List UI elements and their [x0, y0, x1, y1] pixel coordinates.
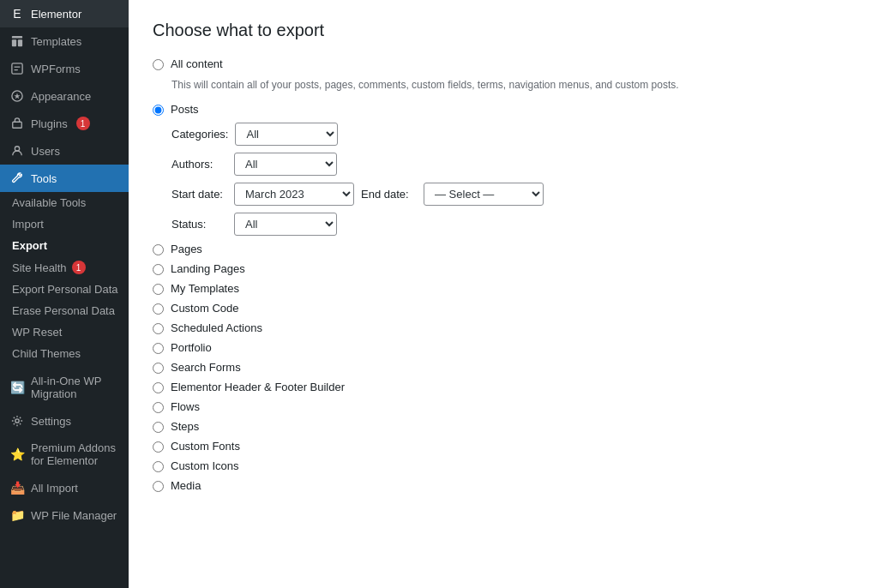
submenu-child-themes[interactable]: Child Themes — [0, 343, 129, 364]
categories-label: Categories: — [171, 128, 228, 141]
sidebar-item-label: Appearance — [31, 90, 91, 103]
custom-code-radio[interactable] — [153, 303, 164, 315]
radio-option-landing-pages: Landing Pages — [153, 262, 854, 275]
portfolio-label[interactable]: Portfolio — [171, 341, 212, 354]
posts-form-fields: Categories: All Authors: All Start date:… — [171, 123, 854, 236]
media-label[interactable]: Media — [171, 479, 201, 492]
sidebar-item-label: WP File Manager — [31, 509, 117, 522]
submenu-label: Available Tools — [12, 196, 86, 209]
custom-icons-radio[interactable] — [153, 461, 164, 472]
categories-select[interactable]: All — [235, 123, 338, 146]
all-in-one-icon: 🔄 — [10, 381, 24, 394]
submenu-available-tools[interactable]: Available Tools — [0, 192, 129, 213]
posts-label[interactable]: Posts — [171, 103, 199, 116]
submenu-site-health[interactable]: Site Health 1 — [0, 256, 129, 279]
authors-row: Authors: All — [171, 153, 854, 176]
sidebar-item-appearance[interactable]: Appearance — [0, 82, 129, 110]
start-date-select[interactable]: March 2023 — [234, 183, 354, 206]
sidebar-item-label: WPForms — [31, 63, 81, 75]
sidebar: E Elementor Templates WPForms Appearance… — [0, 0, 129, 588]
flows-radio[interactable] — [153, 402, 164, 413]
svg-rect-3 — [12, 63, 22, 74]
submenu-wp-reset[interactable]: WP Reset — [0, 321, 129, 343]
sidebar-item-label: Tools — [31, 172, 57, 185]
all-content-radio[interactable] — [153, 59, 164, 70]
my-templates-radio[interactable] — [153, 284, 164, 295]
sidebar-item-settings[interactable]: Settings — [0, 407, 129, 435]
pages-label[interactable]: Pages — [171, 243, 202, 255]
steps-label[interactable]: Steps — [171, 420, 199, 433]
sidebar-item-elementor[interactable]: E Elementor — [0, 0, 129, 27]
radio-option-scheduled-actions: Scheduled Actions — [153, 321, 854, 334]
custom-icons-label[interactable]: Custom Icons — [171, 459, 238, 472]
plugins-icon — [10, 117, 24, 130]
sidebar-item-all-import[interactable]: 📥 All Import — [0, 474, 129, 501]
sidebar-item-tools[interactable]: Tools — [0, 165, 129, 192]
sidebar-item-all-in-one-wp[interactable]: 🔄 All-in-One WP Migration — [0, 368, 129, 407]
page-title: Choose what to export — [153, 21, 854, 40]
pages-radio[interactable] — [153, 244, 164, 255]
custom-fonts-radio[interactable] — [153, 441, 164, 453]
svg-rect-5 — [15, 69, 18, 70]
svg-rect-2 — [18, 39, 22, 46]
radio-option-steps: Steps — [153, 420, 854, 433]
scheduled-actions-label[interactable]: Scheduled Actions — [171, 321, 262, 334]
radio-option-media: Media — [153, 479, 854, 492]
elementor-header-footer-label[interactable]: Elementor Header & Footer Builder — [171, 381, 345, 393]
submenu-label: Site Health — [12, 261, 67, 274]
status-select[interactable]: All — [234, 213, 337, 236]
sidebar-item-label: Premium Addons for Elementor — [31, 441, 118, 467]
submenu-import[interactable]: Import — [0, 213, 129, 235]
sidebar-item-wpforms[interactable]: WPForms — [0, 55, 129, 82]
custom-fonts-label[interactable]: Custom Fonts — [171, 440, 240, 453]
radio-options-container: PagesLanding PagesMy TemplatesCustom Cod… — [153, 243, 854, 492]
sidebar-item-plugins[interactable]: Plugins 1 — [0, 110, 129, 137]
tools-icon — [10, 171, 24, 185]
premium-addons-icon: ⭐ — [10, 447, 24, 461]
portfolio-radio[interactable] — [153, 343, 164, 354]
submenu-export[interactable]: Export — [0, 235, 129, 256]
submenu-label: Child Themes — [12, 347, 81, 360]
elementor-header-footer-radio[interactable] — [153, 382, 164, 393]
radio-option-my-templates: My Templates — [153, 282, 854, 295]
svg-rect-1 — [12, 39, 16, 46]
all-import-icon: 📥 — [10, 481, 24, 495]
landing-pages-label[interactable]: Landing Pages — [171, 262, 245, 275]
sidebar-item-label: Settings — [31, 415, 71, 428]
radio-option-search-forms: Search Forms — [153, 361, 854, 374]
flows-label[interactable]: Flows — [171, 400, 200, 413]
steps-radio[interactable] — [153, 422, 164, 433]
all-content-label[interactable]: All content — [171, 57, 223, 70]
svg-point-7 — [15, 147, 19, 151]
sidebar-item-label: Users — [31, 145, 60, 158]
scheduled-actions-radio[interactable] — [153, 323, 164, 334]
my-templates-label[interactable]: My Templates — [171, 282, 239, 295]
sidebar-item-label: Elementor — [31, 8, 81, 21]
submenu-export-personal-data[interactable]: Export Personal Data — [0, 279, 129, 300]
authors-select[interactable]: All — [234, 153, 337, 176]
sidebar-item-label: Templates — [31, 35, 81, 48]
search-forms-label[interactable]: Search Forms — [171, 361, 241, 374]
authors-label: Authors: — [171, 158, 227, 171]
custom-code-label[interactable]: Custom Code — [171, 302, 238, 315]
posts-option: Posts — [153, 103, 854, 116]
main-content: Choose what to export All content This w… — [129, 0, 878, 588]
appearance-icon — [10, 89, 24, 103]
sidebar-item-templates[interactable]: Templates — [0, 27, 129, 55]
submenu-erase-personal-data[interactable]: Erase Personal Data — [0, 300, 129, 321]
radio-option-custom-code: Custom Code — [153, 302, 854, 315]
sidebar-item-premium-addons[interactable]: ⭐ Premium Addons for Elementor — [0, 435, 129, 474]
sidebar-item-wp-file-manager[interactable]: 📁 WP File Manager — [0, 501, 129, 529]
search-forms-radio[interactable] — [153, 363, 164, 374]
landing-pages-radio[interactable] — [153, 264, 164, 275]
sidebar-item-users[interactable]: Users — [0, 137, 129, 165]
site-health-badge: 1 — [72, 261, 86, 274]
media-radio[interactable] — [153, 481, 164, 492]
svg-point-8 — [15, 419, 19, 423]
submenu-label: Import — [12, 218, 44, 231]
radio-option-pages: Pages — [153, 243, 854, 255]
posts-radio[interactable] — [153, 105, 164, 116]
end-date-select[interactable]: — Select — — [424, 183, 544, 206]
status-row: Status: All — [171, 213, 854, 236]
submenu-label: Export — [12, 239, 47, 252]
